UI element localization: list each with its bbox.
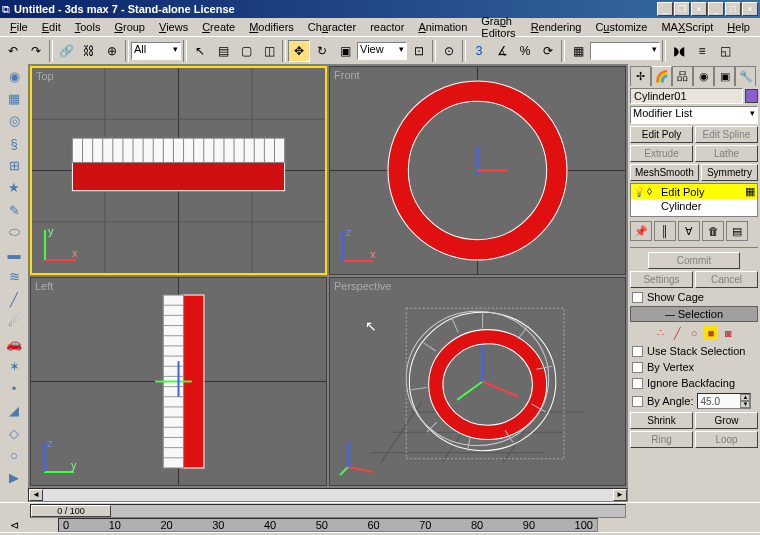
menu-tools[interactable]: Tools: [69, 20, 107, 34]
select-by-name-button[interactable]: ▤: [212, 40, 234, 62]
tab-create[interactable]: ✢: [630, 66, 651, 86]
object-color-swatch[interactable]: [745, 89, 758, 103]
fracture-icon[interactable]: ✶: [3, 356, 25, 376]
minimize-button-2[interactable]: _: [708, 2, 724, 16]
time-slider[interactable]: 0 / 100: [30, 504, 626, 518]
menu-views[interactable]: Views: [153, 20, 194, 34]
ring-button[interactable]: Ring: [630, 431, 693, 448]
prism-icon[interactable]: ◇: [3, 423, 25, 443]
tab-utilities[interactable]: 🔧: [735, 66, 756, 86]
star-icon[interactable]: ★: [3, 178, 25, 198]
modifier-list-dropdown[interactable]: Modifier List: [630, 106, 758, 124]
close-button-2[interactable]: ×: [742, 2, 758, 16]
viewport-perspective[interactable]: Perspective ↖: [329, 277, 626, 486]
commit-button[interactable]: Commit: [648, 252, 740, 269]
loop-button[interactable]: Loop: [695, 431, 758, 448]
menu-rendering[interactable]: Rendering: [525, 20, 588, 34]
rotate-button[interactable]: ↻: [311, 40, 333, 62]
cancel-button[interactable]: Cancel: [695, 271, 758, 288]
spinner-snap-button[interactable]: ⟳: [537, 40, 559, 62]
ring-icon[interactable]: ○: [3, 445, 25, 465]
viewport-top[interactable]: Top xy: [30, 66, 327, 275]
ignore-backfacing-checkbox[interactable]: [632, 378, 643, 389]
maximize-button[interactable]: □: [725, 2, 741, 16]
rigid-body-icon[interactable]: ◉: [3, 66, 25, 86]
unlink-button[interactable]: ⛓: [78, 40, 100, 62]
snap-toggle-button[interactable]: 3: [468, 40, 490, 62]
tab-modify[interactable]: 🌈: [651, 66, 672, 86]
rope-icon[interactable]: §: [3, 133, 25, 153]
selection-rollout[interactable]: — Selection: [630, 306, 758, 322]
window-crossing-button[interactable]: ◫: [258, 40, 280, 62]
by-vertex-checkbox[interactable]: [632, 362, 643, 373]
expand-icon[interactable]: ◊: [647, 186, 659, 197]
wind-icon[interactable]: ☄: [3, 311, 25, 331]
grow-button[interactable]: Grow: [695, 412, 758, 429]
stack-item-editpoly[interactable]: 💡 ◊ Edit Poly ▦: [631, 184, 757, 199]
capsule-icon[interactable]: ⬭: [3, 222, 25, 242]
tab-motion[interactable]: ◉: [693, 66, 714, 86]
menu-customize[interactable]: Customize: [589, 20, 653, 34]
vertex-subobj-icon[interactable]: ∴: [653, 326, 667, 340]
pin-stack-button[interactable]: 📌: [630, 221, 652, 241]
tab-hierarchy[interactable]: 品: [672, 66, 693, 86]
angle-snap-button[interactable]: ∡: [491, 40, 513, 62]
by-angle-checkbox[interactable]: [632, 396, 643, 407]
select-region-button[interactable]: ▢: [235, 40, 257, 62]
tool-icon[interactable]: ✎: [3, 200, 25, 220]
menu-animation[interactable]: Animation: [412, 20, 473, 34]
align-button[interactable]: ≡: [691, 40, 713, 62]
water-icon[interactable]: ▬: [3, 245, 25, 265]
polygon-subobj-icon[interactable]: ■: [704, 326, 718, 340]
spring-icon[interactable]: ≋: [3, 267, 25, 287]
menu-help[interactable]: Help: [721, 20, 756, 34]
viewport-front[interactable]: Front xz: [329, 66, 626, 275]
named-selections-button[interactable]: ▦: [567, 40, 589, 62]
edit-poly-button[interactable]: Edit Poly: [630, 126, 693, 143]
timeline-prev-icon[interactable]: ⊲: [0, 519, 28, 532]
viewport-scrollbar[interactable]: ◄►: [28, 488, 628, 502]
viewport-left[interactable]: Left yz: [30, 277, 327, 486]
camera-icon[interactable]: ▶: [3, 468, 25, 488]
selection-filter-dropdown[interactable]: All: [131, 42, 181, 60]
toy-icon[interactable]: 🚗: [3, 334, 25, 354]
menu-maxscript[interactable]: MAXScript: [655, 20, 719, 34]
menu-edit[interactable]: Edit: [36, 20, 67, 34]
menu-character[interactable]: Character: [302, 20, 362, 34]
menu-group[interactable]: Group: [108, 20, 151, 34]
symmetry-button[interactable]: Symmetry: [701, 164, 758, 181]
menu-file[interactable]: File: [4, 20, 34, 34]
angle-spinner[interactable]: ▲▼: [697, 393, 751, 409]
object-name-input[interactable]: [630, 88, 743, 104]
softbody-icon[interactable]: ◎: [3, 111, 25, 131]
shrink-button[interactable]: Shrink: [630, 412, 693, 429]
edge-subobj-icon[interactable]: ╱: [670, 326, 684, 340]
bind-button[interactable]: ⊕: [101, 40, 123, 62]
time-thumb[interactable]: 0 / 100: [31, 505, 111, 517]
link-button[interactable]: 🔗: [55, 40, 77, 62]
restore-button[interactable]: ❐: [674, 2, 690, 16]
minimize-button[interactable]: _: [657, 2, 673, 16]
select-button[interactable]: ↖: [189, 40, 211, 62]
settings-button[interactable]: Settings: [630, 271, 693, 288]
manipulate-button[interactable]: ⊙: [438, 40, 460, 62]
show-cage-checkbox[interactable]: [632, 292, 643, 303]
make-unique-button[interactable]: ∀: [678, 221, 700, 241]
lathe-button[interactable]: Lathe: [695, 145, 758, 162]
menu-create[interactable]: Create: [196, 20, 241, 34]
remove-modifier-button[interactable]: 🗑: [702, 221, 724, 241]
scale-button[interactable]: ▣: [334, 40, 356, 62]
pivot-button[interactable]: ⊡: [408, 40, 430, 62]
element-subobj-icon[interactable]: ◙: [721, 326, 735, 340]
menu-grapheditors[interactable]: Graph Editors: [475, 14, 522, 40]
use-stack-checkbox[interactable]: [632, 346, 643, 357]
move-button[interactable]: ✥: [288, 40, 310, 62]
stack-item-cylinder[interactable]: Cylinder: [631, 199, 757, 213]
menu-modifiers[interactable]: Modifiers: [243, 20, 300, 34]
configure-sets-button[interactable]: ▤: [726, 221, 748, 241]
border-subobj-icon[interactable]: ○: [687, 326, 701, 340]
extrude-button[interactable]: Extrude: [630, 145, 693, 162]
close-button[interactable]: ×: [691, 2, 707, 16]
cloth-icon[interactable]: ▦: [3, 88, 25, 108]
undo-button[interactable]: ↶: [2, 40, 24, 62]
